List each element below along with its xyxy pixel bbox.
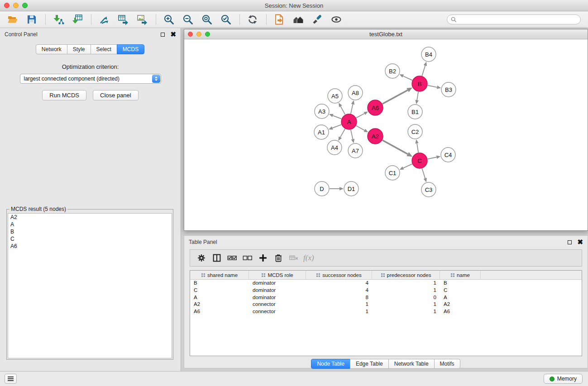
graph-edge-arrowhead (424, 62, 427, 66)
export-table-icon[interactable] (115, 13, 131, 26)
tab-edge-table[interactable]: Edge Table (350, 359, 389, 369)
graph-edge-A-A8[interactable] (351, 104, 353, 114)
graph-node-label: C2 (411, 129, 419, 135)
mcds-result-list[interactable]: A2 A B C A6 (8, 213, 172, 358)
graph-edge-A-A5[interactable] (340, 106, 345, 114)
criterion-value: largest connected component (directed) (20, 76, 152, 82)
memory-button[interactable]: Memory (544, 374, 583, 384)
graph-edge-A-A2[interactable] (356, 126, 365, 130)
list-item[interactable]: A2 (8, 214, 172, 221)
column-type-icon (450, 273, 455, 277)
list-item[interactable]: A6 (8, 243, 172, 250)
graph-edge-C-C3[interactable] (422, 168, 425, 178)
delete-column-trash-icon[interactable] (271, 251, 286, 265)
graph-edge-arrowhead (329, 126, 333, 129)
table-row[interactable]: A dominator 8 0 A (190, 294, 582, 301)
graph-edge-arrowhead (424, 178, 427, 182)
tab-style[interactable]: Style (67, 44, 91, 54)
column-header-shared-name[interactable]: shared name (190, 271, 249, 279)
graph-node-label: B (418, 81, 422, 87)
column-header-mcds-role[interactable]: MCDS role (249, 271, 306, 279)
status-bar: Memory (0, 371, 588, 386)
close-panel-icon[interactable]: ✖ (170, 32, 176, 37)
table-settings-gear-icon[interactable] (194, 251, 209, 265)
table-header-row: shared name MCDS role successor nodes pr… (190, 271, 582, 280)
refresh-icon[interactable] (244, 13, 261, 26)
list-item[interactable]: C (8, 235, 172, 243)
add-column-icon[interactable] (255, 251, 271, 265)
table-row[interactable]: A2 connector 1 1 A2 (190, 301, 582, 308)
zoom-out-icon[interactable] (180, 13, 196, 26)
app-title: Session: New Session (0, 2, 588, 9)
graph-edge-A-A3[interactable] (333, 115, 341, 119)
list-menu-icon[interactable] (5, 374, 17, 384)
graph-node-label: A2 (372, 133, 379, 140)
graph-edge-B-B4[interactable] (422, 66, 425, 76)
zoom-selected-icon[interactable] (218, 13, 234, 26)
home-icon[interactable] (290, 13, 306, 26)
graph-edge-C-C1[interactable] (403, 164, 412, 168)
column-header-successor-nodes[interactable]: successor nodes (306, 271, 372, 279)
graph-edge-B-B3[interactable] (428, 86, 437, 87)
deselect-all-icon[interactable] (240, 251, 255, 265)
list-item[interactable]: A (8, 221, 172, 228)
float-panel-icon[interactable] (568, 240, 572, 244)
network-window-titlebar[interactable]: testGlobe.txt (184, 29, 588, 39)
export-document-icon[interactable] (271, 13, 287, 26)
graph-edge-A-A7[interactable] (351, 130, 353, 139)
tab-select[interactable]: Select (91, 44, 117, 54)
list-item[interactable]: B (8, 228, 172, 235)
mcds-result-title: MCDS result (5 nodes) (10, 206, 67, 212)
graph-edge-C-C2[interactable] (417, 143, 418, 153)
zoom-fit-icon[interactable] (199, 13, 215, 26)
column-header-predecessor-nodes[interactable]: predecessor nodes (372, 271, 440, 279)
close-panel-button[interactable]: Close panel (93, 90, 139, 100)
export-image-icon[interactable] (134, 13, 150, 26)
run-mcds-button[interactable]: Run MCDS (42, 90, 86, 100)
graph-edge-A6-B[interactable] (382, 90, 408, 104)
paintbrush-icon[interactable] (309, 13, 325, 26)
column-type-icon (261, 273, 266, 277)
column-header-name[interactable]: name (440, 271, 481, 279)
graph-edge-B-B2[interactable] (403, 76, 412, 80)
control-panel-title: Control Panel (5, 31, 161, 38)
graph-edge-arrowhead (351, 100, 354, 105)
import-network-icon[interactable] (50, 13, 67, 26)
network-window: testGlobe.txt AA1A2A3A4A5A6A7A8BB1B2B3B4… (184, 29, 588, 231)
function-builder-icon[interactable]: f(x) (303, 253, 314, 262)
tab-mcds[interactable]: MCDS (117, 44, 144, 54)
search-input[interactable] (459, 16, 577, 23)
node-table: shared name MCDS role successor nodes pr… (190, 270, 582, 356)
criterion-dropdown[interactable]: largest connected component (directed) (20, 74, 161, 84)
zoom-in-icon[interactable] (161, 13, 177, 26)
tab-node-table[interactable]: Node Table (311, 359, 350, 369)
graph-edge-B-B1[interactable] (417, 92, 418, 100)
graph-edge-A-A6[interactable] (356, 114, 364, 118)
column-type-icon (201, 273, 206, 277)
graph-edge-C-C4[interactable] (428, 157, 437, 159)
show-column-icon[interactable] (209, 251, 225, 265)
close-panel-icon[interactable]: ✖ (577, 240, 583, 244)
search-box[interactable] (447, 14, 581, 24)
tab-motifs[interactable]: Motifs (434, 359, 460, 369)
graph-edge-A2-C[interactable] (382, 140, 408, 154)
eye-icon[interactable] (328, 13, 344, 26)
float-panel-icon[interactable] (161, 33, 165, 37)
save-session-icon[interactable] (24, 13, 40, 26)
delete-table-icon[interactable] (286, 251, 301, 265)
network-canvas[interactable]: AA1A2A3A4A5A6A7A8BB1B2B3B4CC1C2C3C4DD1 (184, 39, 588, 230)
column-type-icon (381, 273, 385, 277)
tab-network-table[interactable]: Network Table (388, 359, 435, 369)
table-row[interactable]: C dominator 4 1 C (190, 287, 582, 294)
open-session-icon[interactable] (5, 13, 21, 26)
select-all-icon[interactable] (225, 251, 240, 265)
table-row[interactable]: B dominator 4 1 B (190, 280, 582, 287)
table-row[interactable]: A6 connector 1 1 A6 (190, 308, 582, 315)
graph-edge-A-A4[interactable] (340, 129, 345, 138)
network-window-title: testGlobe.txt (184, 31, 588, 38)
graph-edge-A-A1[interactable] (332, 124, 341, 128)
graph-node-label: A3 (318, 108, 325, 115)
tab-network[interactable]: Network (36, 44, 67, 54)
export-network-icon[interactable] (96, 13, 112, 26)
import-table-icon[interactable] (69, 13, 86, 26)
